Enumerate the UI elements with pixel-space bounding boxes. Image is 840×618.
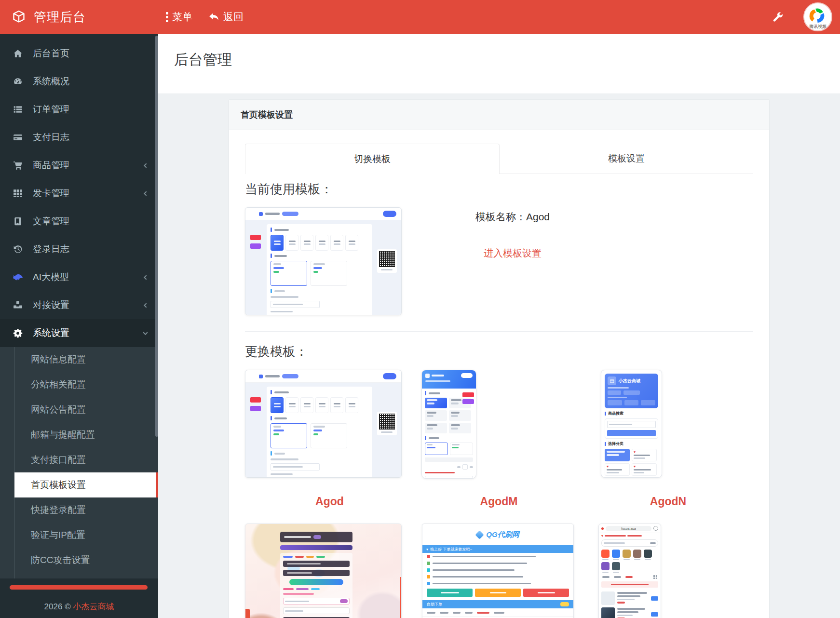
- template-name-value: Agod: [526, 211, 550, 222]
- current-template-preview[interactable]: [245, 207, 402, 315]
- template-thumb-agodn[interactable]: ▤小杰云商城 商品搜索 选择分类: [601, 370, 662, 478]
- qg-banner-text: 晚上好 下单就来首发吧~: [430, 547, 472, 552]
- history-icon: [13, 244, 23, 254]
- enter-template-settings-link[interactable]: 进入模板设置: [484, 247, 542, 260]
- submenu-item-verify-ip[interactable]: 验证与IP配置: [0, 523, 158, 548]
- qg-logo-text: QG代刷网: [486, 530, 519, 539]
- sidebar-item-label: 订单管理: [33, 103, 69, 116]
- current-template-heading: 当前使用模板：: [245, 181, 753, 198]
- submenu-item-pay-api[interactable]: 支付接口配置: [0, 447, 158, 472]
- current-template-info: 模板名称：Agod 进入模板设置: [462, 207, 563, 315]
- chevron-left-icon: [142, 190, 149, 197]
- sidebar-item-label: AI大模型: [33, 271, 69, 283]
- qg-order-bar-text: 自助下单: [427, 602, 442, 607]
- template-label-agod: Agod: [245, 495, 414, 508]
- chevron-left-icon: [142, 302, 149, 309]
- submenu-item-home-template[interactable]: 首页模板设置: [14, 472, 158, 497]
- sidebar-item-orders[interactable]: 订单管理: [0, 95, 158, 123]
- sidebar-item-label: 文章管理: [33, 215, 69, 228]
- main-content: 后台管理 首页模板设置 切换模板 模板设置 当前使用模板：: [158, 34, 840, 618]
- chevron-left-icon: [142, 274, 149, 281]
- sidebar-item-label: 支付日志: [33, 131, 69, 144]
- template-grid-row-1: 立即支付 ¥1 ▤小杰云商城 商品搜索: [245, 370, 753, 479]
- sidebar-item-cards[interactable]: 发卡管理: [0, 179, 158, 207]
- tab-switch-template[interactable]: 切换模板: [245, 144, 500, 174]
- template-grid-row-2: QG代刷网 ♥晚上好 下单就来首发吧~ 自助下单: [245, 524, 753, 618]
- template-thumb-qg[interactable]: QG代刷网 ♥晚上好 下单就来首发吧~ 自助下单: [422, 524, 574, 618]
- agodn-search-label: 商品搜索: [608, 411, 623, 416]
- sidebar-item-login-log[interactable]: 登录日志: [0, 235, 158, 263]
- sidebar-item-products[interactable]: 商品管理: [0, 151, 158, 179]
- menu-toggle-label: 菜单: [172, 10, 192, 24]
- dashboard-icon: [13, 77, 23, 86]
- submenu-item-site-info[interactable]: 网站信息配置: [0, 347, 158, 372]
- whale-icon: [13, 273, 23, 281]
- submenu-item-substation[interactable]: 分站相关配置: [0, 372, 158, 397]
- sidebar-item-home[interactable]: 后台首页: [0, 40, 158, 67]
- template-thumb-focoa[interactable]: focoa.asa ♥: [598, 524, 661, 618]
- user-avatar[interactable]: 腾讯视频: [803, 2, 832, 31]
- submenu-item-anti-cc[interactable]: 防CC攻击设置: [0, 548, 158, 573]
- refresh-icon: [653, 526, 658, 531]
- change-template-heading: 更换模板：: [245, 343, 753, 360]
- sidebar-footer: 2026 © 小杰云商城: [0, 601, 158, 612]
- sidebar: 后台首页 系统概况 订单管理 支付日志 商品管理 发卡管理 文章管理: [0, 34, 158, 618]
- app-title: 管理后台: [34, 9, 86, 26]
- home-icon: [13, 49, 23, 58]
- page-header: 后台管理: [158, 34, 840, 94]
- menu-toggle-button[interactable]: 菜单: [166, 10, 192, 24]
- gear-icon: [13, 328, 23, 338]
- top-bar: 管理后台 菜单 返回 腾讯视频: [0, 0, 840, 34]
- sidebar-item-payments[interactable]: 支付日志: [0, 123, 158, 151]
- agodn-shop-title: 小杰云商城: [619, 378, 640, 384]
- template-settings-panel: 首页模板设置 切换模板 模板设置 当前使用模板：: [229, 99, 770, 618]
- page-title: 后台管理: [174, 50, 840, 70]
- cart-icon: [13, 161, 23, 170]
- sidebar-item-articles[interactable]: 文章管理: [0, 207, 158, 235]
- sidebar-item-label: 后台首页: [33, 47, 69, 60]
- chevron-left-icon: [142, 162, 149, 169]
- diamond-icon: [475, 530, 484, 539]
- submenu-item-mail[interactable]: 邮箱与提醒配置: [0, 422, 158, 447]
- focoa-url: focoa.asa: [606, 526, 651, 531]
- sidebar-scrollbar[interactable]: [155, 36, 158, 437]
- back-label: 返回: [223, 10, 244, 24]
- back-arrow-icon: [209, 13, 219, 21]
- template-label-agodm: AgodM: [414, 495, 583, 508]
- panel-title: 首页模板设置: [229, 100, 769, 130]
- sidebar-item-label: 登录日志: [33, 243, 69, 255]
- app-brand: 管理后台: [0, 9, 158, 26]
- template-name-label: 模板名称：: [475, 211, 526, 222]
- sidebar-item-label: 发卡管理: [33, 187, 69, 200]
- cubes-icon: [13, 300, 23, 310]
- template-thumb-agodm[interactable]: 立即支付 ¥1: [421, 370, 476, 479]
- template-thumb-anime[interactable]: [245, 524, 402, 618]
- sidebar-item-system-settings[interactable]: 系统设置: [0, 319, 158, 347]
- list-icon: [13, 105, 23, 114]
- tab-template-settings[interactable]: 模板设置: [500, 144, 753, 174]
- sidebar-red-bar: [10, 585, 148, 590]
- sidebar-menu: 后台首页 系统概况 订单管理 支付日志 商品管理 发卡管理 文章管理: [0, 34, 158, 578]
- submenu-item-announcement[interactable]: 网站公告配置: [0, 397, 158, 422]
- avatar-caption: 腾讯视频: [804, 24, 831, 30]
- section-divider: [245, 331, 753, 332]
- menu-dots-icon: [166, 12, 168, 22]
- template-label-agodn: AgodN: [583, 495, 753, 508]
- sidebar-item-ai[interactable]: AI大模型: [0, 263, 158, 291]
- wrench-icon[interactable]: [772, 12, 783, 22]
- template-tabs: 切换模板 模板设置: [245, 144, 753, 174]
- qr-code: [377, 249, 397, 273]
- credit-card-icon: [13, 133, 23, 142]
- footer-brand-link[interactable]: 小杰云商城: [73, 602, 114, 611]
- sidebar-item-integrations[interactable]: 对接设置: [0, 291, 158, 319]
- agodn-category-label: 选择分类: [608, 441, 623, 446]
- sidebar-item-overview[interactable]: 系统概况: [0, 67, 158, 95]
- sidebar-item-label: 系统概况: [33, 75, 69, 88]
- template-thumb-agod[interactable]: [245, 370, 402, 478]
- template-labels-row: Agod AgodM AgodN: [245, 479, 753, 524]
- back-button[interactable]: 返回: [209, 10, 244, 24]
- cube-logo-icon: [12, 10, 26, 24]
- footer-year: 2026 ©: [44, 602, 71, 611]
- submenu-item-quick-login[interactable]: 快捷登录配置: [0, 497, 158, 523]
- sidebar-item-label: 对接设置: [33, 299, 69, 311]
